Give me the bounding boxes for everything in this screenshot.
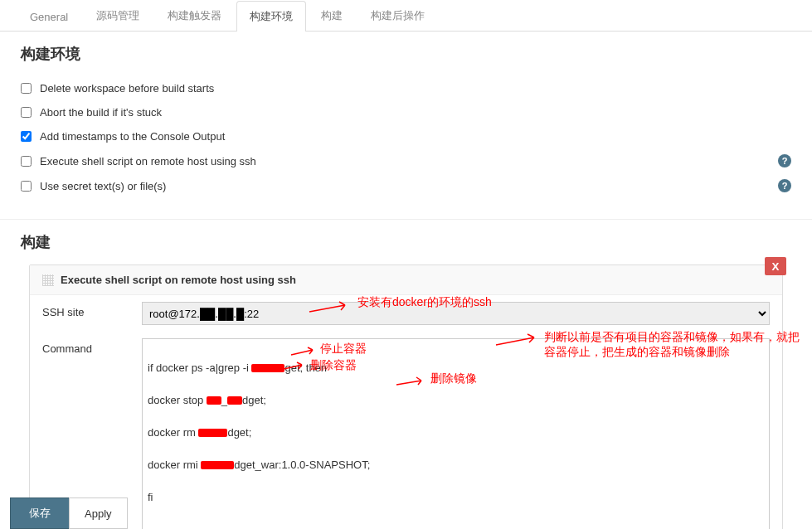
command-textarea[interactable]: if docker ps -a|grep -i get; then docker… [142, 338, 770, 529]
delete-step-button[interactable]: X [765, 257, 786, 275]
label-abort-stuck: Abort the build if it's stuck [40, 106, 162, 119]
tab-general[interactable]: General [17, 2, 81, 31]
help-icon[interactable]: ? [778, 179, 791, 192]
tab-scm[interactable]: 源码管理 [83, 0, 153, 31]
build-step-ssh: X Execute shell script on remote host us… [29, 264, 783, 529]
tab-post-build[interactable]: 构建后操作 [357, 0, 438, 31]
opt-exec-shell-remote: Execute shell script on remote host usin… [21, 148, 791, 173]
tab-triggers[interactable]: 构建触发器 [154, 0, 235, 31]
build-env-title: 构建环境 [21, 44, 791, 64]
apply-button[interactable]: Apply [69, 497, 128, 529]
checkbox-exec-shell-remote[interactable] [21, 156, 32, 167]
label-timestamps: Add timestamps to the Console Output [40, 130, 225, 143]
step-header: Execute shell script on remote host usin… [30, 265, 782, 295]
build-section: 构建 X Execute shell script on remote host… [0, 220, 812, 529]
label-secret-text: Use secret text(s) or file(s) [40, 180, 166, 192]
action-bar: 保存 Apply [10, 497, 128, 529]
checkbox-abort-stuck[interactable] [21, 107, 32, 118]
opt-delete-workspace: Delete workspace before build starts [21, 76, 791, 100]
checkbox-timestamps[interactable] [21, 131, 32, 142]
checkbox-delete-workspace[interactable] [21, 83, 32, 94]
step-title: Execute shell script on remote host usin… [61, 274, 296, 286]
help-icon[interactable]: ? [778, 154, 791, 167]
opt-timestamps: Add timestamps to the Console Output [21, 124, 791, 148]
opt-abort-stuck: Abort the build if it's stuck [21, 100, 791, 124]
ssh-site-label: SSH site [42, 302, 142, 318]
opt-secret-text: Use secret text(s) or file(s) ? [21, 173, 791, 198]
build-env-section: 构建环境 Delete workspace before build start… [0, 32, 812, 211]
checkbox-secret-text[interactable] [21, 181, 32, 192]
tab-build-env[interactable]: 构建环境 [236, 1, 306, 32]
ssh-site-select[interactable]: root@172.██.██.█:22 [142, 302, 770, 325]
label-delete-workspace: Delete workspace before build starts [40, 82, 214, 95]
config-tabs: General 源码管理 构建触发器 构建环境 构建 构建后操作 [0, 0, 812, 32]
label-exec-shell-remote: Execute shell script on remote host usin… [40, 155, 256, 167]
command-label: Command [42, 338, 142, 355]
build-title: 构建 [21, 232, 791, 252]
drag-handle-icon[interactable] [42, 274, 54, 286]
tab-build[interactable]: 构建 [308, 0, 356, 31]
save-button[interactable]: 保存 [10, 497, 70, 529]
